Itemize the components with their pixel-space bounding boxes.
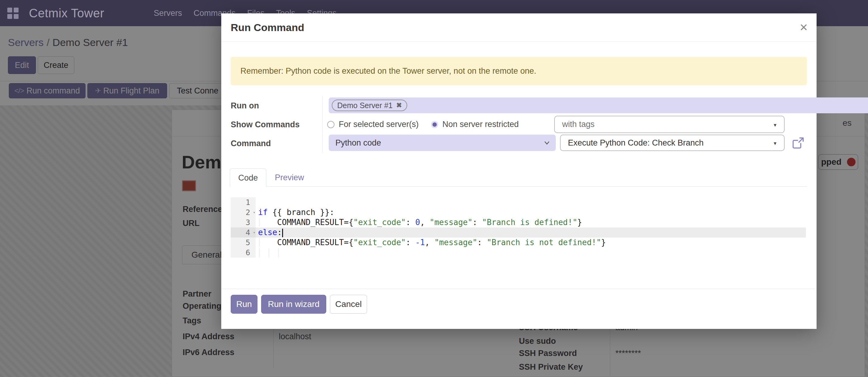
with-tags-placeholder: with tags <box>562 116 784 133</box>
tab-preview[interactable]: Preview <box>275 168 304 187</box>
command-type-select[interactable]: Python code <box>329 135 556 151</box>
run-in-wizard-button[interactable]: Run in wizard <box>261 295 326 314</box>
apps-grid-icon[interactable] <box>7 8 19 19</box>
code-token: } <box>577 218 582 227</box>
code-token: "message" <box>430 218 473 227</box>
code-token: "Branch is not defined!" <box>487 238 601 247</box>
run-on-field[interactable]: Demo Server #1 ✖ ▼ <box>329 97 868 113</box>
code-token: : <box>406 238 415 247</box>
tab-code[interactable]: Code <box>230 168 266 187</box>
command-type-value: Python code <box>335 135 556 151</box>
screen: Servers/Demo Server #1 Edit Create </> R… <box>0 0 868 377</box>
show-commands-label: Show Commands <box>231 120 300 129</box>
radio-option[interactable]: Non server restricted <box>431 120 519 129</box>
code-token: COMMAND_RESULT={ <box>258 218 353 227</box>
with-tags-select[interactable]: with tags ▼ <box>554 116 785 133</box>
command-select[interactable]: Execute Python Code: Check Branch ▼ <box>560 135 785 151</box>
text-cursor <box>282 229 283 237</box>
tag-remove-icon[interactable]: ✖ <box>396 102 402 109</box>
code-editor[interactable]: if {{ branch }}: COMMAND_RESULT={"exit_c… <box>256 197 806 258</box>
external-link-icon[interactable] <box>792 136 805 149</box>
gutter-line-number: 5 <box>231 237 256 248</box>
close-icon[interactable]: ✕ <box>800 21 808 34</box>
run-button[interactable]: Run <box>231 295 257 314</box>
run-on-label: Run on <box>231 101 259 111</box>
command-label: Command <box>231 139 271 148</box>
radio-label: For selected server(s) <box>339 120 419 129</box>
code-token: -1 <box>415 238 425 247</box>
show-commands-radios: For selected server(s)Non server restric… <box>327 116 531 133</box>
command-value: Execute Python Code: Check Branch <box>568 135 784 150</box>
editor-gutter: 12▾34▾56 <box>231 197 256 258</box>
chevron-down-icon: ▼ <box>773 122 777 127</box>
code-token: if <box>258 208 268 217</box>
code-line[interactable]: else: <box>256 228 806 237</box>
code-token: : <box>277 228 282 237</box>
radio-option[interactable]: For selected server(s) <box>327 120 419 129</box>
app-brand[interactable]: Cetmix Tower <box>29 0 104 26</box>
code-token: {{ branch }}: <box>268 208 334 217</box>
radio-selected-icon[interactable] <box>431 121 438 128</box>
code-token: COMMAND_RESULT={ <box>258 238 353 247</box>
run-command-modal: Run Command ✕ Remember: Python code is e… <box>221 13 816 329</box>
code-token: : <box>477 238 487 247</box>
code-token: else <box>258 228 277 237</box>
gutter-line-number: 6 <box>231 248 256 258</box>
fold-caret-icon[interactable]: ▾ <box>253 207 255 218</box>
chevron-down-icon <box>544 140 550 146</box>
editor-tabs: CodePreview <box>230 168 807 187</box>
chevron-down-icon: ▼ <box>773 141 777 146</box>
server-tag-label: Demo Server #1 <box>337 101 393 110</box>
code-line[interactable]: COMMAND_RESULT={"exit_code": 0, "message… <box>256 218 806 228</box>
fold-caret-icon[interactable]: ▾ <box>253 228 255 237</box>
server-tag[interactable]: Demo Server #1 ✖ <box>332 99 407 111</box>
python-warning-alert: Remember: Python code is executed on the… <box>231 57 807 85</box>
code-token: : <box>406 218 415 227</box>
python-warning-text: Remember: Python code is executed on the… <box>241 57 807 85</box>
modal-header: Run Command ✕ <box>221 13 816 42</box>
code-token: "message" <box>434 238 477 247</box>
gutter-line-number: 2▾ <box>231 207 256 218</box>
code-line[interactable] <box>256 197 806 207</box>
code-token: "Branch is defined!" <box>482 218 577 227</box>
radio-label: Non server restricted <box>442 120 519 129</box>
cancel-button[interactable]: Cancel <box>330 295 367 314</box>
modal-title: Run Command <box>231 13 304 42</box>
code-token: 0 <box>415 218 420 227</box>
gutter-line-number: 3 <box>231 218 256 228</box>
gutter-line-number: 1 <box>231 197 256 207</box>
radio-unselected-icon[interactable] <box>327 121 335 128</box>
gutter-line-number: 4▾ <box>231 228 256 237</box>
code-token: : <box>472 218 482 227</box>
code-token: , <box>420 218 429 227</box>
nav-item-servers[interactable]: Servers <box>154 8 182 18</box>
code-token: "exit_code" <box>353 238 406 247</box>
footer-divider <box>221 289 816 289</box>
code-line[interactable]: COMMAND_RESULT={"exit_code": -1, "messag… <box>256 237 806 248</box>
code-line[interactable] <box>256 248 806 258</box>
code-line[interactable]: if {{ branch }}: <box>256 207 806 218</box>
code-token: } <box>601 238 606 247</box>
code-token: , <box>425 238 434 247</box>
code-token: "exit_code" <box>353 218 406 227</box>
